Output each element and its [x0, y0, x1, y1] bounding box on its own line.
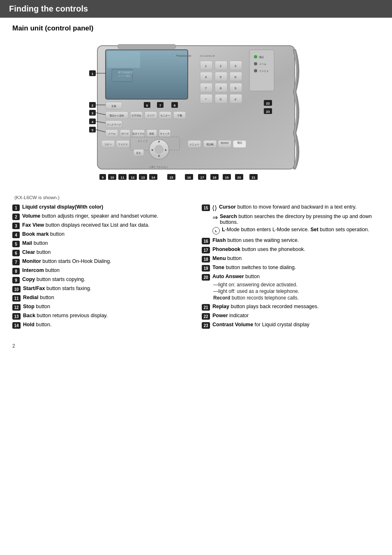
item-badge-2: 2	[12, 214, 20, 220]
item-badge-9: 9	[12, 277, 20, 283]
item-text-10: Start/Fax button starts faxing.	[23, 286, 91, 291]
item-20-group: 20 Auto Answer button —light on: answeri…	[202, 274, 380, 301]
item-badge-23: 23	[202, 322, 210, 329]
svg-text:ストップ: ストップ	[138, 139, 148, 142]
svg-text:9: 9	[102, 176, 104, 179]
item-badge-6: 6	[12, 250, 20, 256]
device-diagram-container: 電子情報処理 コンテン製品 電話 メール ファクス 1 2 3	[12, 38, 380, 193]
list-item-16: 16 Flash button uses the waiting service…	[202, 237, 380, 244]
svg-point-8	[254, 55, 257, 58]
svg-text:1: 1	[205, 64, 207, 68]
svg-text:6: 6	[235, 75, 237, 79]
left-column: 1 Liquid crystal display(With color) 2 V…	[12, 204, 190, 331]
svg-text:17: 17	[201, 176, 204, 179]
svg-text:KX-L6CW+W: KX-L6CW+W	[200, 55, 215, 57]
list-item: 14 Hold button.	[12, 322, 190, 329]
item-text-21: Replay button plays back recorded messag…	[212, 304, 318, 309]
main-content: Main unit (control panel)	[0, 18, 392, 357]
svg-point-12	[254, 69, 257, 72]
item-badge-16: 16	[202, 238, 210, 244]
item-text-1: Liquid crystal display(With color)	[22, 204, 103, 210]
item-text-19: Tone button switches to tone dialing.	[212, 265, 296, 270]
svg-text:2: 2	[92, 104, 94, 107]
svg-text:戻る: 戻る	[136, 151, 141, 154]
svg-text:ファクス: ファクス	[259, 70, 269, 72]
list-item: 1 Liquid crystal display(With color)	[12, 204, 190, 211]
svg-text:7: 7	[159, 104, 161, 107]
svg-text:メール: メール	[108, 132, 115, 135]
list-item-23: 23 Contrast Volume for Liquid crystal di…	[202, 322, 380, 329]
item-text-7: Monitor button starts On-Hook Dialing.	[22, 258, 111, 264]
svg-text:12: 12	[131, 176, 135, 179]
header-bar: Finding the controls	[0, 0, 392, 18]
svg-text:保留: 保留	[149, 132, 154, 135]
item-badge-1: 1	[12, 204, 20, 211]
svg-point-69	[155, 145, 163, 153]
svg-text:#: #	[235, 98, 237, 101]
section-title: Main unit (control panel)	[12, 24, 380, 33]
svg-text:メール: メール	[259, 63, 266, 65]
svg-text:3: 3	[92, 111, 94, 115]
list-item: 9 Copy button starts copying.	[12, 276, 190, 283]
page-number: 2	[12, 343, 380, 349]
svg-text:14: 14	[152, 176, 155, 179]
svg-text:に押してからなく: に押してからなく	[149, 166, 168, 169]
item-badge-19: 19	[202, 265, 210, 272]
item-badge-5: 5	[12, 241, 20, 247]
item-text-22: Power indicator	[212, 313, 249, 318]
item-20-sub1: —light on: answering device activated.	[213, 282, 380, 288]
svg-text:モニター: モニター	[160, 114, 170, 117]
item-text-4: Book mark button	[22, 231, 65, 237]
item-text-6: Clear button	[22, 249, 51, 255]
svg-text:1: 1	[92, 72, 94, 76]
item-text-20: Auto Answer button	[212, 274, 260, 279]
svg-text:13: 13	[141, 176, 145, 179]
item-text-16: Flash button uses the waiting service.	[212, 237, 299, 243]
svg-text:2: 2	[220, 64, 222, 68]
svg-text:16: 16	[187, 176, 191, 179]
cursor-icon: ⟨⟩	[212, 204, 217, 212]
svg-text:3: 3	[235, 64, 237, 68]
svg-text:*: *	[205, 98, 206, 101]
list-item: 4 Book mark button	[12, 231, 190, 238]
svg-text:クリア: クリア	[147, 114, 154, 117]
list-item-17: 17 Phonebook button uses the phonebook.	[202, 246, 380, 253]
lmode-icon: L	[212, 227, 220, 235]
svg-text:Panasonic: Panasonic	[176, 54, 191, 58]
right-column: 15 ⟨⟩ Cursor button to move forward and …	[202, 204, 380, 331]
item-text-12: Stop button	[23, 304, 50, 309]
svg-text:7: 7	[205, 86, 207, 90]
svg-text:4: 4	[205, 75, 207, 79]
svg-text:20: 20	[238, 176, 241, 179]
svg-text:コンテン製品: コンテン製品	[118, 74, 130, 77]
svg-text:►: ►	[164, 148, 168, 152]
svg-text:電話: 電話	[259, 56, 264, 58]
item-20-sub3: Record button records telephone calls.	[213, 295, 380, 301]
items-container: 1 Liquid crystal display(With color) 2 V…	[12, 204, 380, 331]
item-text-14: Hold button.	[23, 322, 51, 327]
page-title: Finding the controls	[9, 4, 383, 14]
svg-text:電話: 電話	[237, 142, 242, 144]
item-badge-4: 4	[12, 232, 20, 238]
item-text-13: Back button returns previous display.	[23, 313, 108, 318]
item-text-11: Redial button	[23, 295, 54, 300]
item-text-8: Intercom button	[22, 267, 60, 273]
list-item-20: 20 Auto Answer button	[202, 274, 380, 281]
item-badge-13: 13	[12, 313, 21, 320]
list-item-22: 22 Power indicator	[202, 313, 380, 320]
item-text-15-search: Search button searches the directory by …	[220, 214, 380, 225]
svg-text:ポーズ: ポーズ	[121, 132, 129, 135]
svg-text:電話帳: 電話帳	[206, 143, 214, 146]
search-icon: ⇒	[212, 214, 218, 221]
svg-text:10: 10	[111, 176, 114, 179]
svg-text:9: 9	[235, 86, 237, 90]
svg-text:◄: ◄	[150, 148, 154, 152]
list-item: 8 Intercom button	[12, 267, 190, 274]
svg-text:0: 0	[220, 98, 222, 101]
item-badge-3: 3	[12, 223, 20, 229]
left-item-list: 1 Liquid crystal display(With color) 2 V…	[12, 204, 190, 329]
list-item-18: 18 Menu button	[202, 255, 380, 262]
svg-text:5: 5	[220, 75, 222, 79]
svg-text:23: 23	[266, 110, 270, 114]
item-text-15-lmode: L-Mode button enters L-Mode service. Set…	[222, 227, 369, 232]
